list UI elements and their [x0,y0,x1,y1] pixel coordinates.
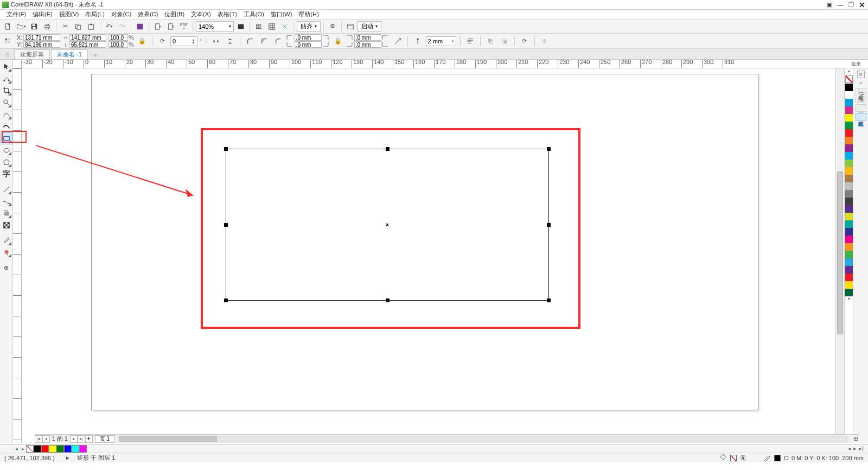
doc-palette-menu[interactable]: ▸ [20,446,26,452]
lock-ratio-button[interactable]: 🔒 [136,35,148,47]
doc-palette-none[interactable] [26,445,34,453]
menu-layout[interactable]: 布局(L) [82,10,107,18]
paste-button[interactable] [85,21,97,33]
show-rulers-button[interactable] [253,21,265,33]
add-page-button[interactable]: ✚ [85,435,93,443]
color-swatch[interactable] [845,175,853,182]
doc-palette-options[interactable]: ▸| [859,445,864,452]
color-swatch[interactable] [845,289,853,296]
corner-scallop-button[interactable] [258,35,270,47]
color-swatch[interactable] [845,220,853,228]
color-swatch[interactable] [845,84,853,91]
color-swatch[interactable] [845,106,853,114]
doc-palette-scroll-left[interactable]: ◂ [848,445,851,452]
docker-close-icon[interactable]: ✕ [857,71,865,78]
scale-y-input[interactable]: 100.0 [108,41,128,48]
object-width-input[interactable]: 141.827 mm [69,34,106,41]
doc-palette-swatch[interactable] [72,445,79,453]
ruler-origin[interactable] [13,60,22,68]
redo-button[interactable]: ↷▾ [116,21,128,33]
doc-palette-swatch[interactable] [79,445,87,453]
corner-tl-input[interactable]: .0 mm [295,34,322,41]
full-screen-button[interactable] [235,21,247,33]
navigator-button[interactable]: ⊞ [852,435,859,442]
import-button[interactable] [152,21,164,33]
polygon-tool[interactable] [1,156,12,168]
color-swatch[interactable] [845,190,853,198]
export-button[interactable] [165,21,177,33]
convert-to-curves-button[interactable]: ⟳ [519,35,531,47]
corner-round-button[interactable] [244,35,256,47]
page-tab-1[interactable]: 页 1 [95,435,114,443]
fill-color-icon[interactable] [719,454,727,462]
object-x-input[interactable]: 131.71 mm [23,34,60,41]
color-swatch[interactable] [845,258,853,266]
color-swatch[interactable] [845,213,853,220]
tab-document[interactable]: 未命名 -1 [51,49,88,59]
ellipse-tool[interactable] [1,144,12,156]
prev-page-button[interactable]: ◂ [42,435,50,443]
rotation-angle-input[interactable]: 0▲▼ [170,36,197,46]
quick-customize-tool[interactable]: ⊕ [1,262,12,274]
text-tool[interactable]: 字 [1,168,12,180]
palette-scroll-down[interactable]: ▾ [845,296,853,303]
doc-palette-swatch[interactable] [56,445,64,453]
search-content-button[interactable] [134,21,146,33]
app-launcher-icon[interactable] [344,21,356,33]
mirror-vertical-button[interactable] [224,35,236,47]
new-tab-button[interactable]: ＋ [91,50,100,59]
publish-pdf-button[interactable]: PDF≡ [178,21,190,33]
palette-scroll-up[interactable]: ▴ [845,68,853,75]
launch-combo[interactable]: 启动▾ [358,21,381,32]
relative-corner-button[interactable] [392,35,404,47]
doc-palette-swatch[interactable] [64,445,72,453]
window-help-icon[interactable]: ▣ [826,1,833,9]
menu-view[interactable]: 视图(V) [56,10,82,18]
mirror-horizontal-button[interactable] [210,35,222,47]
menu-object[interactable]: 对象(C) [108,10,135,18]
no-color-swatch[interactable] [845,75,853,83]
menu-table[interactable]: 表格(T) [214,10,240,18]
interactive-fill-tool[interactable] [1,246,12,258]
options-button[interactable]: ⚙ [327,21,339,33]
color-swatch[interactable] [845,114,853,122]
transparency-tool[interactable] [1,219,12,231]
doc-palette-swatch[interactable] [41,445,49,453]
color-swatch[interactable] [845,182,853,190]
outline-pen-icon[interactable] [763,454,771,462]
docker-tab-object-styles[interactable]: 对象样式 [856,113,866,120]
close-button[interactable]: ✕ [858,1,866,9]
maximize-button[interactable]: ❐ [847,1,855,9]
outline-width-combo[interactable]: 2 mm▾ [426,36,456,46]
corner-br-input[interactable]: .0 mm [354,41,381,48]
lock-corners-button[interactable]: 🔒 [332,35,344,47]
to-front-button[interactable] [484,35,496,47]
color-swatch[interactable] [845,205,853,213]
open-button[interactable]: ▾ [15,21,27,33]
selected-rectangle-object[interactable]: × [226,149,549,301]
color-swatch[interactable] [845,228,853,236]
horizontal-ruler[interactable]: -30-20-100102030405060708090100110120130… [22,60,844,68]
fill-swatch[interactable] [730,455,737,461]
zoom-level-combo[interactable]: 140%▾ [196,21,234,32]
save-button[interactable] [28,21,40,33]
new-button[interactable] [2,21,14,33]
minimize-button[interactable]: ― [837,1,844,9]
color-swatch[interactable] [845,281,853,289]
menu-help[interactable]: 帮助(H) [295,10,322,18]
zoom-tool[interactable] [1,97,12,109]
menu-tools[interactable]: 工具(O) [240,10,267,18]
scale-x-input[interactable]: 100.0 [108,34,128,41]
color-swatch[interactable] [845,236,853,243]
next-page-button[interactable]: ▸ [70,435,78,443]
color-swatch[interactable] [845,160,853,167]
pick-tool[interactable] [1,61,12,73]
snap-to-combo[interactable]: 贴齐▾ [297,21,321,32]
menu-text[interactable]: 文本(X) [188,10,214,18]
color-swatch[interactable] [845,243,853,251]
menu-window[interactable]: 窗口(W) [267,10,296,18]
print-button[interactable] [41,21,53,33]
color-swatch[interactable] [845,144,853,152]
eyedropper-tool[interactable] [1,234,12,246]
horizontal-scrollbar[interactable] [119,436,847,442]
